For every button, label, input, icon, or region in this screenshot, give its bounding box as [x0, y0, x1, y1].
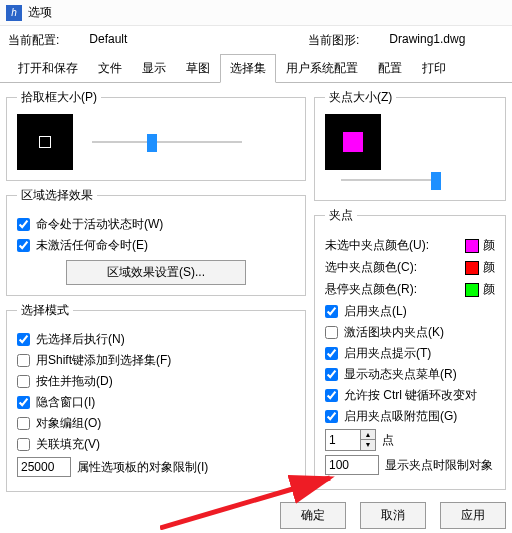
- chk-ctrl-cycle[interactable]: [325, 389, 338, 402]
- chk-assoc-hatch[interactable]: [17, 438, 30, 451]
- color-suffix-3: 颜: [483, 281, 495, 298]
- group-grips: 夹点 未选中夹点颜色(U): 颜 选中夹点颜色(C): 颜 悬停夹点颜色(R):…: [314, 207, 506, 490]
- grip-size-legend: 夹点大小(Z): [325, 89, 396, 106]
- chk-object-group-label: 对象编组(O): [36, 415, 101, 432]
- ok-button[interactable]: 确定: [280, 502, 346, 529]
- grip-limit-input[interactable]: [325, 455, 379, 475]
- tab-profiles[interactable]: 配置: [368, 54, 412, 83]
- area-settings-button[interactable]: 区域效果设置(S)...: [66, 260, 246, 285]
- chk-snap-range[interactable]: [325, 410, 338, 423]
- hover-color-swatch[interactable]: [465, 283, 479, 297]
- tab-files[interactable]: 文件: [88, 54, 132, 83]
- preview-legend: 区域选择效果: [17, 187, 97, 204]
- chk-enable-grips[interactable]: [325, 305, 338, 318]
- group-grip-size: 夹点大小(Z): [314, 89, 506, 201]
- pickbox-preview: [17, 114, 73, 170]
- apply-button[interactable]: 应用: [440, 502, 506, 529]
- current-profile-value: Default: [89, 32, 127, 49]
- chk-cmd-active[interactable]: [17, 218, 30, 231]
- chk-snap-range-label: 启用夹点吸附范围(G): [344, 408, 457, 425]
- chk-no-active-cmd-label: 未激活任何命令时(E): [36, 237, 148, 254]
- chk-object-group[interactable]: [17, 417, 30, 430]
- pt-label: 点: [382, 432, 394, 449]
- object-limit-label: 属性选项板的对象限制(I): [77, 459, 208, 476]
- chk-noun-verb[interactable]: [17, 333, 30, 346]
- chk-cmd-active-label: 命令处于活动状态时(W): [36, 216, 163, 233]
- tab-open-save[interactable]: 打开和保存: [8, 54, 88, 83]
- chk-press-drag[interactable]: [17, 375, 30, 388]
- selmode-legend: 选择模式: [17, 302, 73, 319]
- chk-press-drag-label: 按住并拖动(D): [36, 373, 113, 390]
- grip-limit-label: 显示夹点时限制对象: [385, 457, 493, 474]
- current-profile-label: 当前配置:: [8, 32, 59, 49]
- chk-enable-grips-label: 启用夹点(L): [344, 303, 407, 320]
- app-icon: h: [6, 5, 22, 21]
- tab-bar: 打开和保存 文件 显示 草图 选择集 用户系统配置 配置 打印: [0, 53, 512, 83]
- chk-dynamic-menu-label: 显示动态夹点菜单(R): [344, 366, 457, 383]
- current-drawing-value: Drawing1.dwg: [389, 32, 465, 49]
- sel-color-swatch[interactable]: [465, 261, 479, 275]
- tab-drafting[interactable]: 草图: [176, 54, 220, 83]
- chk-enable-tips-label: 启用夹点提示(T): [344, 345, 431, 362]
- chk-enable-block-grips[interactable]: [325, 326, 338, 339]
- grip-preview: [325, 114, 381, 170]
- color-suffix-1: 颜: [483, 237, 495, 254]
- grips-legend: 夹点: [325, 207, 357, 224]
- tab-display[interactable]: 显示: [132, 54, 176, 83]
- chk-assoc-hatch-label: 关联填充(V): [36, 436, 100, 453]
- cancel-button[interactable]: 取消: [360, 502, 426, 529]
- tab-user[interactable]: 用户系统配置: [276, 54, 368, 83]
- group-pickbox-size: 拾取框大小(P): [6, 89, 306, 181]
- chk-use-shift[interactable]: [17, 354, 30, 367]
- pickbox-legend: 拾取框大小(P): [17, 89, 101, 106]
- current-drawing-label: 当前图形:: [308, 32, 359, 49]
- chk-implied-window[interactable]: [17, 396, 30, 409]
- tab-print[interactable]: 打印: [412, 54, 456, 83]
- chk-dynamic-menu[interactable]: [325, 368, 338, 381]
- chk-noun-verb-label: 先选择后执行(N): [36, 331, 125, 348]
- unsel-color-label: 未选中夹点颜色(U):: [325, 237, 429, 254]
- pt-input[interactable]: [325, 429, 361, 451]
- chk-enable-block-grips-label: 激活图块内夹点(K): [344, 324, 444, 341]
- chk-implied-window-label: 隐含窗口(I): [36, 394, 95, 411]
- group-preview-effect: 区域选择效果 命令处于活动状态时(W) 未激活任何命令时(E) 区域效果设置(S…: [6, 187, 306, 296]
- unsel-color-swatch[interactable]: [465, 239, 479, 253]
- group-selection-mode: 选择模式 先选择后执行(N) 用Shift键添加到选择集(F) 按住并拖动(D)…: [6, 302, 306, 492]
- pickbox-slider[interactable]: [92, 132, 242, 152]
- hover-color-label: 悬停夹点颜色(R):: [325, 281, 417, 298]
- chk-ctrl-cycle-label: 允许按 Ctrl 键循环改变对: [344, 387, 477, 404]
- chk-use-shift-label: 用Shift键添加到选择集(F): [36, 352, 171, 369]
- chk-no-active-cmd[interactable]: [17, 239, 30, 252]
- tab-selection[interactable]: 选择集: [220, 54, 276, 83]
- window-title: 选项: [28, 4, 52, 21]
- sel-color-label: 选中夹点颜色(C):: [325, 259, 417, 276]
- grip-size-slider[interactable]: [341, 170, 441, 190]
- color-suffix-2: 颜: [483, 259, 495, 276]
- object-limit-input[interactable]: [17, 457, 71, 477]
- pt-spinner[interactable]: ▲▼: [361, 429, 376, 451]
- chk-enable-tips[interactable]: [325, 347, 338, 360]
